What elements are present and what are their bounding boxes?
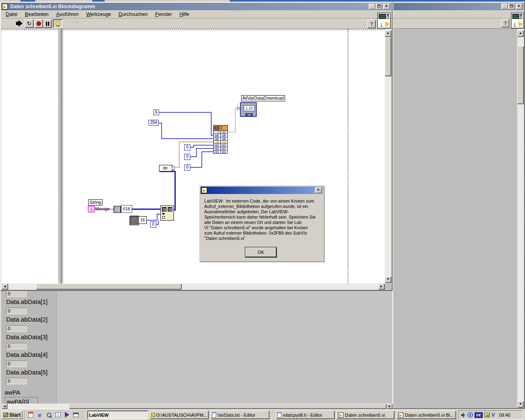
scroll-down-arrow[interactable]: ▼ (385, 276, 391, 283)
quick-launch-outlook-icon[interactable] (54, 411, 62, 418)
replace-array-subset-node[interactable] (160, 205, 174, 221)
numeric-constant[interactable]: 0 (184, 154, 190, 160)
scroll-up-arrow[interactable]: ▲ (517, 30, 524, 37)
node-terminal[interactable]: I32 (213, 151, 220, 154)
node-terminal[interactable]: U8 (213, 137, 220, 141)
string-to-byte-array-node[interactable] (114, 206, 121, 213)
maximize-button[interactable] (376, 4, 382, 9)
ok-button[interactable]: OK (245, 247, 276, 257)
numeric-field[interactable]: 0 (6, 308, 27, 314)
network-icon[interactable] (468, 412, 473, 418)
task-button-labview[interactable]: LabVIEW (87, 411, 148, 419)
menu-werkzeuge[interactable]: Werkzeuge (83, 10, 114, 18)
dialog-close-button[interactable]: × (315, 187, 322, 193)
scroll-thumb[interactable] (69, 404, 387, 409)
menu-datei[interactable]: Datei (3, 10, 20, 18)
node-terminal[interactable]: I32 (213, 144, 220, 147)
task-button-explorer[interactable]: O:\AUSTAUSCH\AVPM... (150, 411, 209, 419)
node-terminal[interactable]: I32 (213, 147, 220, 151)
numeric-field[interactable]: 0 (6, 325, 27, 332)
main-titlebar[interactable]: Daten schreiben5.vi Blockdiagramm _ × (1, 3, 391, 10)
numeric-constant[interactable]: 0 (184, 164, 190, 171)
volume-icon[interactable] (460, 412, 466, 418)
abort-button[interactable] (34, 19, 43, 28)
close-button[interactable]: × (516, 4, 522, 9)
dialog-titlebar[interactable]: × (201, 187, 323, 194)
menu-durchsuchen[interactable]: Durchsuchen (116, 10, 151, 18)
diagram-canvas[interactable]: 6 254 0 0 0 0 100 010 I32 U8 U (1, 29, 385, 283)
diagram-vscrollbar[interactable]: ▲ ▼ (385, 29, 391, 283)
task-button-daten-schreiben-vi[interactable]: Daten schreiben5.vi (336, 411, 395, 419)
menu-ausfuehren[interactable]: Ausführen (53, 10, 82, 18)
numeric-field[interactable]: 0 (6, 361, 27, 367)
node-terminal[interactable]: I32 (220, 151, 227, 154)
node-terminal[interactable]: I32 (220, 131, 227, 134)
resize-grip[interactable] (385, 283, 391, 290)
panel-hscrollbar[interactable]: ◄ ► (2, 404, 393, 409)
antivirus-icon[interactable]: V (491, 412, 495, 418)
display-settings-icon[interactable] (484, 413, 490, 417)
numeric-constant[interactable]: 6 (153, 110, 159, 115)
maximize-button[interactable] (508, 4, 515, 9)
menu-fenster[interactable]: Fenster (152, 10, 175, 18)
node-terminal[interactable]: U8 (213, 134, 220, 137)
menu-hilfe[interactable]: Hilfe (176, 10, 192, 18)
help-button[interactable]: ? (368, 20, 376, 28)
numeric-constant[interactable]: 0 (150, 221, 156, 228)
help-button[interactable]: ? (501, 19, 509, 27)
string-label[interactable]: String (88, 199, 103, 205)
numeric-constant[interactable]: 254 (148, 120, 159, 126)
minimize-button[interactable]: _ (501, 4, 508, 9)
clock[interactable]: 09:40 (499, 413, 511, 418)
scroll-left-arrow[interactable]: ◄ (2, 283, 8, 290)
numeric-field[interactable]: 0 (6, 343, 27, 349)
start-button[interactable]: Start (1, 411, 23, 419)
scroll-right-arrow[interactable]: ► (387, 404, 393, 409)
quick-launch-show-desktop-icon[interactable] (72, 411, 80, 418)
node-terminal[interactable]: =0a (213, 141, 220, 144)
node-terminal[interactable] (213, 131, 220, 134)
node-terminal[interactable]: =0a (220, 141, 227, 144)
array-size-constant[interactable]: 16 (138, 216, 147, 224)
pause-button[interactable] (43, 19, 52, 28)
array-to-cluster-node[interactable]: [I]≡ (159, 165, 172, 171)
close-button[interactable]: × (383, 4, 390, 9)
scroll-thumb[interactable] (517, 46, 524, 104)
vi-icon-button[interactable]: 1 (377, 13, 390, 28)
vi-icon-button[interactable]: 1 (511, 13, 524, 28)
scroll-up-arrow[interactable]: ▲ (385, 30, 391, 37)
string-terminal[interactable]: a (88, 206, 95, 212)
highlight-execution-button[interactable] (53, 19, 62, 28)
numeric-field[interactable]: 0 (6, 290, 27, 297)
scroll-thumb[interactable] (385, 37, 391, 76)
node-terminal[interactable]: I32 (220, 144, 227, 147)
scroll-down-arrow[interactable]: ▼ (517, 401, 524, 408)
minimize-button[interactable]: _ (369, 4, 375, 9)
initialize-array-node[interactable] (130, 216, 139, 225)
right-window-titlebar[interactable]: _ × (393, 3, 524, 10)
run-button[interactable] (15, 20, 24, 27)
count-constant[interactable]: #16 (121, 205, 132, 213)
run-continuous-button[interactable]: ↻ (25, 19, 34, 28)
node-terminal[interactable]: U8 (220, 134, 227, 137)
numeric-field[interactable]: 0 (6, 378, 27, 384)
numeric-constant[interactable]: 0 (184, 144, 190, 151)
menu-bearbeiten[interactable]: Bearbeiten (22, 10, 51, 18)
scroll-left-arrow[interactable]: ◄ (2, 404, 7, 409)
keyboard-layout-indicator[interactable]: DE (475, 412, 483, 418)
node-terminal[interactable]: U8 (220, 137, 227, 141)
quick-launch-internet-explorer-icon[interactable]: e (36, 411, 43, 418)
scroll-thumb[interactable] (36, 283, 182, 290)
quick-launch-mail-icon[interactable] (27, 411, 34, 418)
scroll-right-arrow[interactable]: ► (378, 283, 385, 290)
array-indicator-terminal[interactable]: 1.23 U8 (240, 102, 257, 117)
step-into-button[interactable]: ↓ (65, 20, 72, 27)
step-out-button[interactable]: ↑ (81, 20, 89, 27)
indicator-label[interactable]: AllVarDataDownload (241, 95, 285, 101)
task-button-vdatcpydll-editor[interactable]: vdatcpydll.h - Editor (276, 411, 335, 419)
quick-launch-media-player-icon[interactable] (63, 411, 71, 418)
call-library-function-node[interactable]: 100 010 I32 U8 U8 U8 U8 =0a =0a I32 I32 … (213, 125, 228, 154)
quick-launch-search-icon[interactable] (45, 411, 52, 418)
step-over-button[interactable]: ↷ (73, 20, 80, 27)
right-window-vscrollbar[interactable]: ▲ ▼ (517, 29, 524, 408)
